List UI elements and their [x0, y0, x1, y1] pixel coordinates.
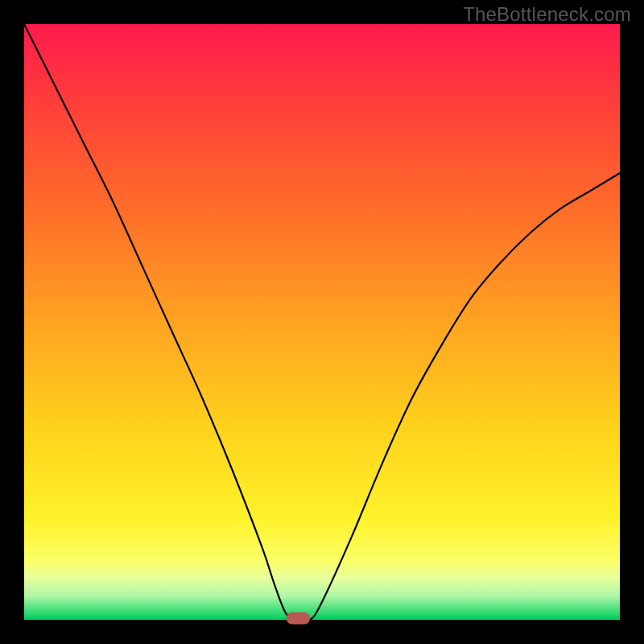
plot-area — [24, 24, 620, 620]
watermark-text: TheBottleneck.com — [463, 3, 631, 26]
bottleneck-curve — [24, 24, 620, 621]
curve-svg — [24, 24, 620, 620]
chart-container: TheBottleneck.com — [0, 0, 644, 644]
minimum-marker — [287, 613, 309, 624]
